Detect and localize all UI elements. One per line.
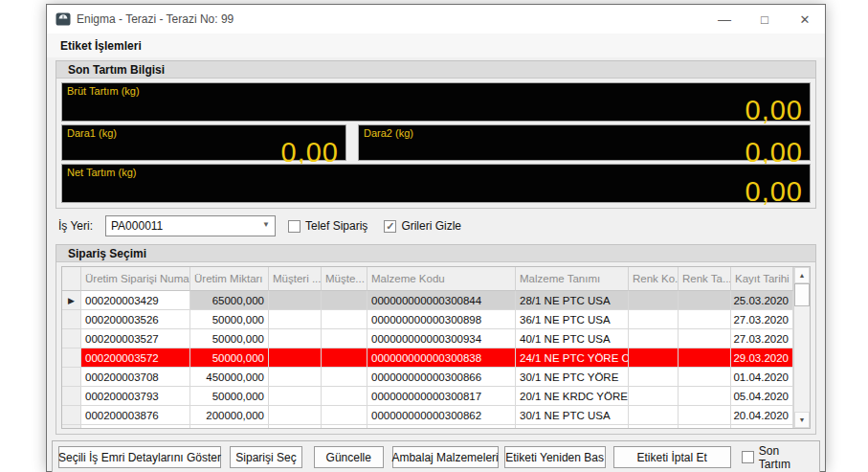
cell-musteri2 — [322, 310, 367, 329]
cell-desc: 28/1 NE PTC USA — [516, 291, 629, 310]
cell-code: 000000000000300898 — [367, 310, 516, 329]
grid-header-row: Üretim Siparişi Numarası Üretim Miktarı … — [62, 267, 793, 291]
table-row-partial — [62, 425, 793, 428]
cell-date: 29.03.2020 — [731, 348, 793, 368]
cell-qty: 50000,000 — [190, 387, 269, 406]
row-indicator-icon: ▶ — [68, 296, 75, 305]
scrollbar-thumb[interactable] — [794, 283, 810, 306]
telef-siparis-label: Telef Sipariş — [305, 219, 367, 233]
cell-musteri2 — [322, 329, 367, 348]
grid-header-indicator — [62, 267, 81, 291]
update-button[interactable]: Güncelle — [314, 446, 384, 468]
cell-musteri1 — [269, 348, 322, 368]
col-musteri2[interactable]: Müşte... — [322, 267, 367, 291]
net-tartim-value: 0,00 — [62, 178, 810, 206]
table-row-selected[interactable]: 000200003572 50000,000 00000000000030083… — [62, 348, 793, 368]
dara2-label: Dara2 (kg) — [359, 125, 810, 139]
cell-musteri1 — [269, 329, 322, 348]
minimize-button[interactable]: — — [704, 5, 745, 34]
col-date[interactable]: Kayıt Tarihi — [731, 267, 793, 291]
cell-renk-ko — [629, 310, 679, 329]
table-row[interactable]: 000200003876 200000,000 0000000000003008… — [62, 406, 793, 425]
brut-tartim-value: 0,00 — [62, 97, 810, 124]
is-yeri-combobox[interactable]: PA000011 ▼ — [105, 215, 276, 236]
scale-app-icon — [56, 11, 71, 27]
reprint-label-button[interactable]: Etiketi Yeniden Bas — [504, 446, 606, 468]
cell-renk-ko — [629, 291, 679, 310]
cell-renk-ko — [629, 368, 679, 387]
cell-order-no: 000200003793 — [81, 387, 190, 406]
cell-renk-ta — [679, 368, 731, 387]
scroll-up-icon[interactable]: ▲ — [794, 267, 810, 283]
cell-qty: 200000,000 — [190, 406, 269, 425]
dara2-value: 0,00 — [359, 139, 810, 167]
dara1-value: 0,00 — [62, 139, 345, 167]
close-button[interactable]: ✕ — [785, 5, 825, 34]
cell-qty: 50000,000 — [190, 310, 269, 329]
show-work-order-details-button[interactable]: Seçili İş Emri Detaylarını Göster — [58, 446, 221, 468]
table-row[interactable]: 000200003527 50000,000 00000000000030093… — [62, 329, 793, 348]
cell-musteri2 — [322, 368, 367, 387]
cell-order-no: 000200003429 — [81, 291, 190, 310]
cell-date: 05.04.2020 — [731, 387, 793, 406]
cell-desc: 30/1 NE PTC USA — [516, 406, 629, 425]
dara1-display: Dara1 (kg) 0,00 — [61, 124, 346, 161]
cell-renk-ko — [629, 406, 679, 425]
table-row[interactable]: 000200003526 50000,000 00000000000030089… — [62, 310, 793, 329]
cell-code: 000000000000300838 — [367, 348, 516, 368]
cell-code: 000000000000300817 — [367, 387, 516, 406]
cell-musteri1 — [269, 406, 322, 425]
cell-renk-ta — [679, 329, 731, 348]
maximize-button[interactable]: □ — [745, 5, 785, 34]
vertical-scrollbar[interactable]: ▲ ▼ — [793, 267, 810, 428]
cell-date: 01.04.2020 — [731, 368, 793, 387]
checkbox-check-icon: ✓ — [384, 220, 396, 233]
cell-code: 000000000000300866 — [367, 368, 516, 387]
cell-desc: 40/1 NE PTC USA — [516, 329, 629, 348]
col-musteri1[interactable]: Müşteri ... — [269, 267, 322, 291]
footer-panel: Seçili İş Emri Detaylarını Göster Sipari… — [52, 440, 820, 472]
son-tartim-label: Son Tartım — [759, 444, 813, 471]
cell-renk-ta — [679, 406, 731, 425]
cell-musteri1 — [269, 387, 322, 406]
dara2-display: Dara2 (kg) 0,00 — [358, 124, 811, 161]
col-renk-ta[interactable]: Renk Ta... — [679, 267, 731, 291]
cell-order-no: 000200003572 — [81, 348, 190, 368]
son-tartim-checkbox[interactable]: Son Tartım — [742, 444, 813, 471]
col-order-no[interactable]: Üretim Siparişi Numarası — [81, 267, 190, 291]
col-renk-ko[interactable]: Renk Ko... — [629, 267, 679, 291]
window-title: Enigma - Terazi - Terazi No: 99 — [77, 12, 704, 26]
cell-renk-ko — [629, 329, 679, 348]
cell-renk-ta — [679, 387, 731, 406]
is-yeri-value: PA000011 — [111, 219, 163, 233]
scroll-down-icon[interactable]: ▼ — [794, 412, 810, 428]
table-row[interactable]: 000200003708 450000,000 0000000000003008… — [62, 368, 793, 387]
cell-date: 20.04.2020 — [731, 406, 793, 425]
cell-musteri2 — [322, 291, 367, 310]
menu-etiket-islemleri[interactable]: Etiket İşlemleri — [47, 39, 149, 53]
cell-qty: 450000,000 — [190, 368, 269, 387]
table-row[interactable]: 000200003793 50000,000 00000000000030081… — [62, 387, 793, 406]
cell-date: 25.03.2020 — [731, 291, 793, 310]
cell-renk-ta — [679, 291, 731, 310]
cell-musteri1 — [269, 310, 322, 329]
net-tartim-label: Net Tartım (kg) — [62, 165, 810, 178]
table-row[interactable]: ▶ 000200003429 65000,000 000000000000300… — [62, 291, 793, 310]
col-code[interactable]: Malzeme Kodu — [367, 267, 516, 291]
cell-qty: 65000,000 — [190, 291, 269, 310]
cell-code: 000000000000300934 — [367, 329, 516, 348]
select-order-button[interactable]: Siparişi Seç — [230, 446, 302, 468]
checkbox-box — [742, 451, 754, 463]
cell-desc: 24/1 NE PTC YÖRE O... — [516, 348, 629, 368]
brut-tartim-display: Brüt Tartım (kg) 0,00 — [61, 82, 811, 122]
cell-renk-ta — [679, 310, 731, 329]
packaging-materials-button[interactable]: Ambalaj Malzemeleri — [392, 446, 499, 468]
col-qty[interactable]: Üretim Miktarı — [190, 267, 269, 291]
cell-desc: 36/1 NE PTC USA — [516, 310, 629, 329]
title-bar: Enigma - Terazi - Terazi No: 99 — □ ✕ — [47, 5, 825, 34]
telef-siparis-checkbox[interactable]: Telef Sipariş — [288, 219, 367, 233]
cell-renk-ta — [679, 348, 731, 368]
col-desc[interactable]: Malzeme Tanımı — [516, 267, 629, 291]
cancel-label-button[interactable]: Etiketi İptal Et — [613, 446, 731, 468]
grileri-gizle-checkbox[interactable]: ✓ Grileri Gizle — [384, 219, 461, 233]
